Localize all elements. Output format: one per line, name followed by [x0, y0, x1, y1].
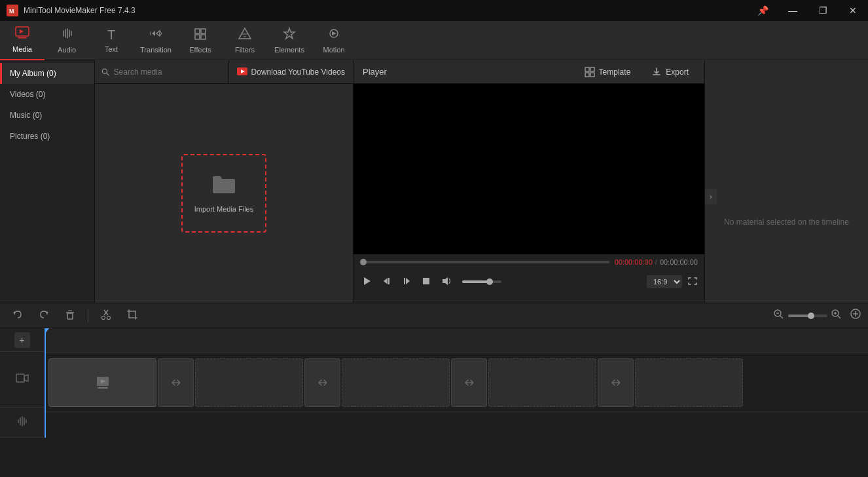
play-icon — [363, 277, 372, 286]
playhead-triangle — [45, 328, 49, 334]
zoom-in-icon — [831, 309, 842, 320]
scrubber-thumb — [360, 259, 367, 265]
svg-rect-5 — [201, 29, 206, 33]
svg-rect-20 — [590, 73, 594, 77]
timecode-bar: 00:00:00:00 / 00:00:00:00 — [353, 254, 704, 270]
content-with-sidebar: My Album (0) Videos (0) Music (0) Pictur… — [0, 60, 353, 303]
add-track-button[interactable] — [850, 308, 861, 323]
import-label: Import Media Files — [194, 205, 253, 213]
toolbar-item-filters[interactable]: Filters — [223, 21, 267, 60]
volume-icon — [441, 277, 452, 286]
sidebar-nav: My Album (0) Videos (0) Music (0) Pictur… — [0, 60, 95, 303]
add-clip-button[interactable]: + — [14, 332, 30, 348]
player-header: Player Template Export — [353, 60, 704, 84]
sidebar-item-my-album[interactable]: My Album (0) — [0, 63, 94, 84]
transition-clip-1[interactable] — [158, 358, 194, 407]
close-button[interactable]: ✕ — [838, 0, 868, 21]
next-frame-button[interactable] — [399, 274, 414, 290]
undo-button[interactable] — [7, 306, 29, 326]
sidebar-label-my-album: My Album (0) — [10, 69, 56, 78]
stop-button[interactable] — [419, 274, 433, 290]
cut-button[interactable] — [95, 306, 117, 326]
sidebar-item-music[interactable]: Music (0) — [0, 105, 94, 126]
minimize-button[interactable]: — — [778, 0, 808, 21]
toolbar-item-effects[interactable]: Effects — [178, 21, 223, 60]
crop-button[interactable] — [121, 306, 143, 326]
video-track-label — [0, 352, 44, 408]
svg-rect-7 — [201, 35, 206, 39]
play-button[interactable] — [360, 274, 374, 290]
transition-clip-4[interactable] — [598, 358, 634, 407]
transition-clip-2[interactable] — [304, 358, 340, 407]
svg-rect-19 — [585, 73, 589, 77]
media-icon — [15, 26, 29, 43]
toolbar: Media Audio T Text Transition — [0, 21, 868, 60]
fullscreen-button[interactable] — [687, 277, 698, 288]
prev-frame-icon — [382, 277, 391, 286]
redo-button[interactable] — [33, 306, 55, 326]
toolbar-label-transition: Transition — [140, 46, 172, 54]
toolbar-item-elements[interactable]: Elements — [267, 21, 312, 60]
video-clip-4[interactable] — [488, 358, 596, 407]
delete-button[interactable] — [59, 306, 81, 326]
player-panel: Player Template Export — [353, 60, 704, 303]
toolbar-label-motion: Motion — [323, 46, 344, 54]
zoom-fill — [788, 315, 810, 317]
svg-line-14 — [107, 73, 109, 75]
toolbar-item-motion[interactable]: Motion — [312, 21, 356, 60]
transition-clip-3[interactable] — [451, 358, 487, 407]
volume-button[interactable] — [439, 274, 454, 290]
playhead[interactable] — [45, 328, 46, 438]
zoom-out-button[interactable] — [774, 309, 784, 322]
aspect-ratio-select[interactable]: 16:9 9:16 4:3 1:1 — [647, 275, 682, 288]
left-panel: My Album (0) Videos (0) Music (0) Pictur… — [0, 60, 353, 303]
download-youtube-button[interactable]: Download YouTube Videos — [229, 60, 353, 83]
svg-rect-26 — [423, 278, 429, 284]
video-clip-5[interactable] — [635, 358, 743, 407]
video-clip-2[interactable] — [195, 358, 303, 407]
sidebar-item-videos[interactable]: Videos (0) — [0, 84, 94, 105]
volume-slider[interactable] — [462, 280, 501, 283]
no-material-text: No material selected on the timeline — [711, 204, 862, 240]
import-area: Import Media Files — [95, 84, 353, 303]
template-icon — [585, 67, 595, 77]
template-label: Template — [599, 67, 631, 77]
toolbar-item-audio[interactable]: Audio — [45, 21, 89, 60]
template-button[interactable]: Template — [578, 64, 638, 80]
import-media-button[interactable]: Import Media Files — [181, 154, 266, 233]
video-clip-main[interactable] — [48, 358, 156, 407]
pin-button[interactable]: 📌 — [748, 0, 778, 21]
media-content: Download YouTube Videos Import Media Fil… — [95, 60, 353, 303]
folder-icon — [211, 174, 236, 200]
search-input[interactable] — [114, 67, 222, 77]
export-button[interactable]: Export — [645, 64, 695, 80]
svg-marker-24 — [406, 278, 410, 284]
zoom-slider[interactable] — [788, 315, 827, 317]
sidebar-item-pictures[interactable]: Pictures (0) — [0, 126, 94, 147]
svg-marker-27 — [443, 277, 448, 285]
toolbar-item-media[interactable]: Media — [0, 21, 45, 60]
download-yt-label: Download YouTube Videos — [251, 67, 345, 77]
next-frame-icon — [402, 277, 411, 286]
elements-icon — [282, 27, 297, 43]
video-clip-3[interactable] — [342, 358, 450, 407]
redo-icon — [38, 309, 50, 320]
prev-frame-button[interactable] — [380, 274, 394, 290]
search-media-bar[interactable] — [95, 60, 229, 83]
toolbar-label-filters: Filters — [235, 46, 255, 54]
collapse-panel-button[interactable]: › — [705, 189, 717, 204]
svg-rect-18 — [590, 67, 594, 71]
svg-marker-8 — [239, 28, 251, 39]
svg-point-13 — [102, 69, 107, 73]
audio-track-label — [0, 408, 44, 438]
svg-line-36 — [780, 316, 783, 318]
toolbar-item-text[interactable]: T Text — [89, 21, 134, 60]
svg-rect-44 — [16, 374, 24, 382]
toolbar-item-transition[interactable]: Transition — [134, 21, 178, 60]
maximize-button[interactable]: ❐ — [808, 0, 838, 21]
zoom-in-button[interactable] — [831, 309, 842, 322]
transition-arrow-1 — [169, 375, 183, 390]
video-display — [353, 84, 704, 254]
fullscreen-icon — [687, 277, 698, 286]
timeline-scrubber[interactable] — [360, 261, 609, 263]
